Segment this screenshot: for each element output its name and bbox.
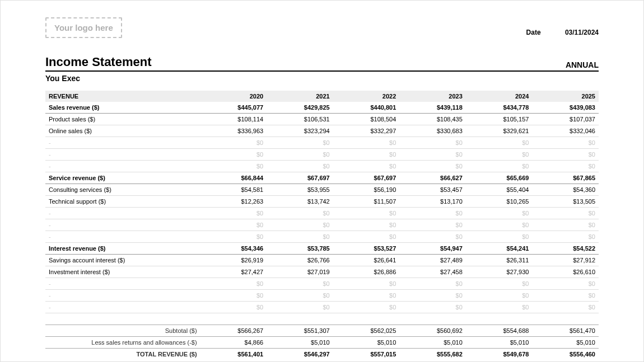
section-label: REVENUE [45,91,200,102]
cell-value: $0 [466,149,533,161]
total-revenue-label: TOTAL REVENUE ($) [45,349,200,360]
date-label: Date [526,29,541,36]
cell-value: $554,688 [466,325,533,337]
cell-value: $53,457 [399,184,466,196]
year-header: 2021 [267,91,333,102]
cell-value: $0 [267,302,333,313]
cell-value: $336,963 [200,125,267,137]
period-label: ANNUAL [566,60,599,69]
year-header: 2024 [466,91,533,102]
cell-value: $0 [333,278,400,290]
cell-value: $0 [333,231,400,243]
cell-value: $429,825 [267,102,333,114]
cell-value: $0 [399,278,466,290]
cell-value: $0 [532,219,599,231]
line-item-row: Product sales ($)$108,114$106,531$108,50… [45,114,599,125]
cell-value: $0 [466,137,533,149]
line-item-label: Technical support ($) [45,196,200,208]
line-item-label: - [45,208,200,219]
line-item-row: Consulting services ($)$54,581$53,955$56… [45,184,599,196]
cell-value: $323,294 [267,125,333,137]
line-item-row: -$0$0$0$0$0$0 [45,231,599,243]
cell-value: $0 [466,219,533,231]
income-statement-table: REVENUE 2020 2021 2022 2023 2024 2025 Sa… [45,91,599,360]
cell-value: $0 [333,208,400,219]
cell-value: $53,955 [267,184,333,196]
cell-value: $0 [532,302,599,313]
line-item-label: - [45,137,200,149]
cell-value: $0 [333,302,400,313]
cell-value: $445,077 [200,102,267,114]
line-item-label: - [45,149,200,161]
cell-value: $5,010 [399,337,466,349]
cell-value: $0 [267,161,333,172]
cell-value: $330,683 [399,125,466,137]
cell-value: $0 [267,290,333,302]
line-item-label: - [45,302,200,313]
cell-value: $0 [267,231,333,243]
cell-value: $0 [200,290,267,302]
cell-value: $0 [532,149,599,161]
cell-value: $0 [200,302,267,313]
document-date: Date 03/11/2024 [526,29,599,36]
spacer-row [45,313,599,325]
group-header-row: Interest revenue ($)$54,346$53,785$53,52… [45,243,599,255]
cell-value: $332,297 [333,125,400,137]
cell-value: $0 [200,137,267,149]
cell-value: $0 [267,149,333,161]
cell-value: $0 [466,208,533,219]
cell-value: $27,427 [200,266,267,278]
group-header-row: Sales revenue ($)$445,077$429,825$440,80… [45,102,599,114]
cell-value: $0 [466,161,533,172]
group-label: Interest revenue ($) [45,243,200,255]
group-label: Sales revenue ($) [45,102,200,114]
cell-value: $27,912 [532,255,599,266]
cell-value: $0 [399,290,466,302]
line-item-label: Online sales ($) [45,125,200,137]
cell-value: $0 [333,219,400,231]
cell-value: $56,190 [333,184,400,196]
cell-value: $557,015 [333,349,400,360]
cell-value: $53,785 [267,243,333,255]
year-header: 2023 [399,91,466,102]
cell-value: $108,114 [200,114,267,125]
cell-value: $0 [399,149,466,161]
cell-value: $26,311 [466,255,533,266]
cell-value: $0 [399,161,466,172]
cell-value: $0 [200,219,267,231]
cell-value: $13,505 [532,196,599,208]
cell-value: $329,621 [466,125,533,137]
cell-value: $560,692 [399,325,466,337]
line-item-row: -$0$0$0$0$0$0 [45,208,599,219]
cell-value: $11,507 [333,196,400,208]
cell-value: $556,460 [532,349,599,360]
line-item-row: -$0$0$0$0$0$0 [45,161,599,172]
cell-value: $106,531 [267,114,333,125]
cell-value: $5,010 [267,337,333,349]
line-item-row: Investment interest ($)$27,427$27,019$26… [45,266,599,278]
cell-value: $0 [399,219,466,231]
cell-value: $0 [466,290,533,302]
cell-value: $0 [200,161,267,172]
cell-value: $65,669 [466,172,533,184]
cell-value: $0 [333,290,400,302]
line-item-label: - [45,290,200,302]
cell-value: $4,866 [200,337,267,349]
group-header-row: Service revenue ($)$66,844$67,697$67,697… [45,172,599,184]
line-item-label: - [45,219,200,231]
cell-value: $0 [267,219,333,231]
cell-value: $54,241 [466,243,533,255]
cell-value: $105,157 [466,114,533,125]
cell-value: $67,865 [532,172,599,184]
cell-value: $439,083 [532,102,599,114]
cell-value: $439,118 [399,102,466,114]
cell-value: $0 [333,149,400,161]
company-name: You Exec [45,74,599,83]
cell-value: $0 [466,302,533,313]
cell-value: $5,010 [532,337,599,349]
cell-value: $562,025 [333,325,400,337]
cell-value: $0 [532,137,599,149]
line-item-row: -$0$0$0$0$0$0 [45,219,599,231]
cell-value: $12,263 [200,196,267,208]
cell-value: $0 [200,278,267,290]
